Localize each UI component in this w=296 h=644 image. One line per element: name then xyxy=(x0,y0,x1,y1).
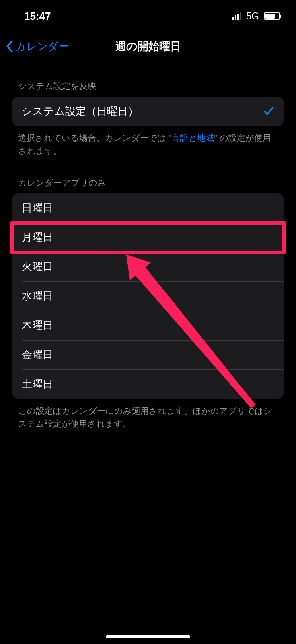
cell-day-friday[interactable]: 金曜日 xyxy=(12,340,284,369)
status-right: 5G xyxy=(232,10,280,22)
cell-day-wednesday[interactable]: 水曜日 xyxy=(12,281,284,311)
status-time: 15:47 xyxy=(24,10,51,23)
section-header-app: カレンダーアプリのみ xyxy=(12,157,284,193)
cell-day-tuesday[interactable]: 火曜日 xyxy=(12,252,284,281)
back-label: カレンダー xyxy=(15,39,69,54)
cell-group-system: システム設定（日曜日） xyxy=(12,97,284,126)
cell-label: 水曜日 xyxy=(22,289,53,303)
section-footer-system: 選択されている場合、カレンダーでは "言語と地域" の設定が使用されます。 xyxy=(12,126,284,157)
cell-label: システム設定（日曜日） xyxy=(22,104,138,118)
language-region-link[interactable]: 言語と地域 xyxy=(171,133,214,142)
cell-day-sunday[interactable]: 日曜日 xyxy=(12,193,284,223)
cell-system-setting[interactable]: システム設定（日曜日） xyxy=(12,97,284,126)
cell-label: 日曜日 xyxy=(22,201,53,215)
back-button[interactable]: カレンダー xyxy=(6,39,69,54)
cell-group-days: 日曜日 月曜日 火曜日 水曜日 木曜日 金曜日 土曜日 xyxy=(12,193,284,399)
cell-label: 土曜日 xyxy=(22,377,53,391)
battery-icon xyxy=(264,12,280,20)
network-label: 5G xyxy=(246,10,259,22)
cell-label: 月曜日 xyxy=(22,230,53,244)
cell-day-saturday[interactable]: 土曜日 xyxy=(12,369,284,399)
checkmark-icon xyxy=(263,106,274,117)
chevron-left-icon xyxy=(6,40,14,53)
cell-label: 火曜日 xyxy=(22,260,53,274)
section-header-system: システム設定を反映 xyxy=(12,60,284,97)
status-bar: 15:47 5G xyxy=(0,0,296,32)
cell-label: 金曜日 xyxy=(22,348,53,362)
nav-bar: カレンダー 週の開始曜日 xyxy=(0,32,296,60)
cell-label: 木曜日 xyxy=(22,318,53,332)
cell-day-thursday[interactable]: 木曜日 xyxy=(12,311,284,340)
home-indicator xyxy=(106,635,190,638)
cellular-signal-icon xyxy=(232,12,241,20)
cell-day-monday[interactable]: 月曜日 xyxy=(12,223,284,252)
section-footer-app: この設定はカレンダーにのみ適用されます。ほかのアプリではシステム設定が使用されま… xyxy=(12,399,284,430)
